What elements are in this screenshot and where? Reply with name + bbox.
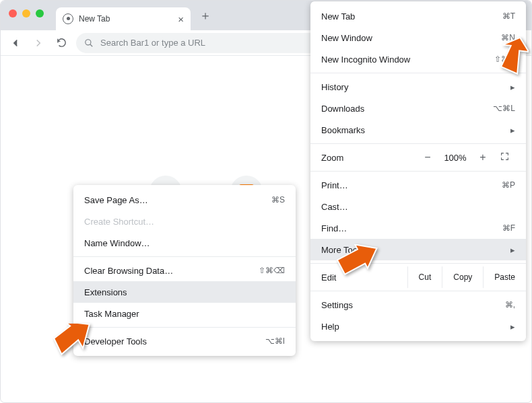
tab-title: New Tab bbox=[79, 14, 110, 24]
submenu-save-page[interactable]: Save Page As…⌘S bbox=[73, 189, 296, 211]
menu-help[interactable]: Help▸ bbox=[310, 316, 526, 337]
menu-paste[interactable]: Paste bbox=[483, 266, 526, 288]
window-controls bbox=[9, 9, 44, 17]
menu-find[interactable]: Find…⌘F bbox=[310, 217, 526, 239]
svg-line-1 bbox=[90, 44, 93, 46]
menu-print[interactable]: Print…⌘P bbox=[310, 174, 526, 196]
svg-point-0 bbox=[86, 39, 91, 44]
zoom-in-button[interactable]: + bbox=[472, 151, 494, 163]
menu-incognito[interactable]: New Incognito Window⇧⌘N bbox=[310, 48, 526, 70]
search-icon bbox=[84, 38, 94, 48]
reload-button[interactable] bbox=[53, 35, 69, 51]
address-bar-placeholder: Search Bar1 or type a URL bbox=[100, 38, 205, 48]
submenu-clear-browsing-data[interactable]: Clear Browsing Data…⇧⌘⌫ bbox=[73, 260, 296, 281]
menu-edit: Edit Cut Copy Paste bbox=[310, 266, 526, 288]
menu-more-tools[interactable]: More Tools▸ bbox=[310, 239, 526, 260]
submenu-create-shortcut: Create Shortcut… bbox=[73, 211, 296, 232]
menu-bookmarks[interactable]: Bookmarks▸ bbox=[310, 119, 526, 141]
zoom-level: 100% bbox=[438, 153, 472, 163]
close-window-button[interactable] bbox=[9, 9, 17, 17]
forward-button[interactable] bbox=[30, 35, 46, 51]
more-tools-submenu: Save Page As…⌘S Create Shortcut… Name Wi… bbox=[73, 185, 296, 356]
menu-new-tab[interactable]: New Tab⌘T bbox=[310, 5, 526, 27]
menu-new-window[interactable]: New Window⌘N bbox=[310, 27, 526, 48]
submenu-extensions[interactable]: Extensions bbox=[73, 281, 296, 303]
minimize-window-button[interactable] bbox=[22, 9, 30, 17]
zoom-out-button[interactable]: − bbox=[417, 151, 438, 163]
submenu-task-manager[interactable]: Task Manager bbox=[73, 303, 296, 324]
menu-settings[interactable]: Settings⌘, bbox=[310, 294, 526, 316]
browser-tab[interactable]: New Tab × bbox=[56, 7, 191, 30]
menu-cut[interactable]: Cut bbox=[407, 266, 442, 288]
submenu-developer-tools[interactable]: Developer Tools⌥⌘I bbox=[73, 330, 296, 352]
menu-cast[interactable]: Cast… bbox=[310, 196, 526, 217]
menu-zoom: Zoom − 100% + bbox=[310, 147, 526, 168]
submenu-name-window[interactable]: Name Window… bbox=[73, 232, 296, 254]
menu-downloads[interactable]: Downloads⌥⌘L bbox=[310, 98, 526, 119]
menu-copy[interactable]: Copy bbox=[442, 266, 483, 288]
maximize-window-button[interactable] bbox=[36, 9, 44, 17]
fullscreen-button[interactable] bbox=[494, 152, 515, 163]
back-button[interactable] bbox=[7, 35, 24, 51]
main-menu: New Tab⌘T New Window⌘N New Incognito Win… bbox=[310, 1, 526, 341]
new-tab-button[interactable]: ＋ bbox=[196, 6, 215, 25]
menu-history[interactable]: History▸ bbox=[310, 76, 526, 98]
globe-icon bbox=[63, 13, 73, 24]
close-tab-icon[interactable]: × bbox=[178, 13, 184, 25]
